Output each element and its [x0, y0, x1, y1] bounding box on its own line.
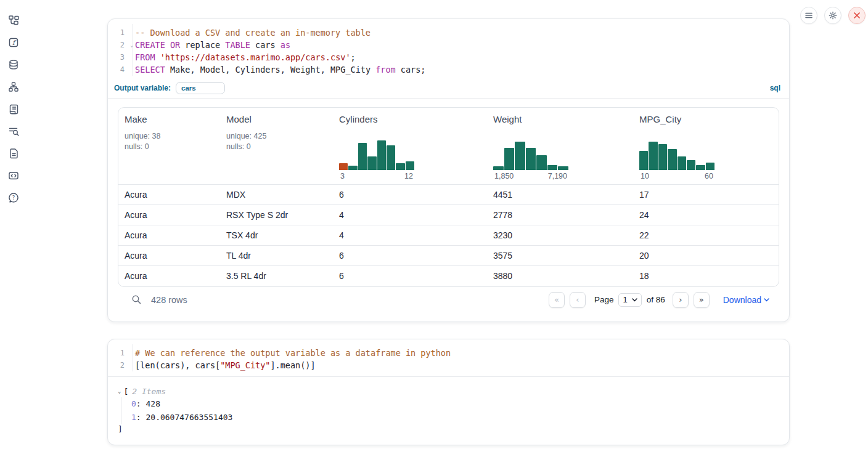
last-page-button[interactable]: »	[694, 292, 710, 308]
table-header-row: Make unique: 38 nulls: 0 Model	[118, 108, 779, 185]
python-output-tree: ⌄ [ 2 Items 0: 4281: 20.060747663551403 …	[108, 377, 789, 445]
histogram-bar	[696, 165, 705, 170]
table-cell: TSX 4dr	[220, 225, 333, 246]
functions-icon[interactable]: f	[8, 37, 19, 48]
table-row: AcuraTSX 4dr4323022	[118, 225, 779, 246]
tree-collapse-icon[interactable]: ⌄	[118, 388, 121, 394]
column-header-cylinders[interactable]: Cylinders 3 12	[333, 108, 487, 185]
menu-button[interactable]	[800, 7, 817, 24]
table-cell: Acura	[118, 266, 220, 286]
svg-text:?: ?	[12, 195, 15, 201]
code-line[interactable]: 1-- Download a CSV and create an in-memo…	[108, 26, 789, 39]
table-cell: 3575	[487, 246, 633, 266]
logs-icon[interactable]	[8, 103, 19, 115]
search-icon[interactable]	[131, 294, 142, 305]
column-stats: unique: 38 nulls: 0	[125, 131, 215, 152]
table-cell: 18	[633, 266, 779, 286]
histogram-bar	[358, 143, 367, 170]
python-code-editor[interactable]: 1# We can reference the output variable …	[108, 339, 789, 376]
code-text: CREATE OR replace TABLE cars as	[129, 39, 290, 51]
pagination: « ‹ Page 1 of 86 › » Download	[549, 292, 769, 308]
mpg-city-histogram[interactable]: 10 60	[639, 140, 714, 180]
table-cell: MDX	[220, 185, 333, 205]
column-header-model[interactable]: Model unique: 425 nulls: 0	[220, 108, 333, 185]
file-explorer-icon[interactable]	[8, 15, 19, 26]
column-header-make[interactable]: Make unique: 38 nulls: 0	[118, 108, 220, 185]
notebook-actions	[800, 7, 866, 24]
column-stats: unique: 425 nulls: 0	[226, 131, 328, 152]
notebook-canvas: 1-- Download a CSV and create an in-memo…	[107, 18, 790, 445]
sql-output-area: Make unique: 38 nulls: 0 Model	[108, 99, 789, 322]
tracing-icon[interactable]	[8, 126, 19, 137]
code-line[interactable]: 3FROM 'https://datasets.marimo.app/cars.…	[108, 51, 789, 63]
code-text: -- Download a CSV and create an in-memor…	[129, 26, 371, 39]
table-cell: 6	[333, 266, 487, 286]
dependency-graph-icon[interactable]	[8, 81, 19, 92]
line-number: 1	[108, 347, 129, 359]
next-page-button[interactable]: ›	[673, 292, 689, 308]
column-header-mpg-city[interactable]: MPG_City 10 60	[633, 108, 779, 185]
histogram-bar	[406, 161, 414, 170]
code-text: SELECT Make, Model, Cylinders, Weight, M…	[129, 63, 425, 76]
table-cell: 6	[333, 185, 487, 205]
code-line[interactable]: 1# We can reference the output variable …	[108, 347, 789, 359]
table-cell: Acura	[118, 205, 220, 225]
chevron-down-icon	[632, 298, 637, 302]
left-sidebar: f ?	[0, 0, 27, 449]
histogram-bar	[377, 140, 386, 170]
line-number: 1	[108, 26, 129, 39]
first-page-button[interactable]: «	[549, 292, 565, 308]
table-cell: 4451	[487, 185, 633, 205]
code-line[interactable]: 4SELECT Make, Model, Cylinders, Weight, …	[108, 63, 789, 76]
histogram-bar	[558, 166, 568, 170]
histogram-bar	[649, 142, 657, 170]
chevron-down-icon	[764, 298, 769, 302]
snippets-icon[interactable]	[8, 170, 19, 181]
shutdown-button[interactable]	[848, 7, 866, 24]
table-row: AcuraMDX6445117	[118, 185, 779, 205]
previous-page-button[interactable]: ‹	[570, 292, 586, 308]
table-cell: 24	[633, 205, 779, 225]
histogram-bar	[687, 160, 695, 170]
histogram-bar	[547, 165, 558, 170]
histogram-bar	[339, 163, 348, 170]
code-line[interactable]: 2⌄CREATE OR replace TABLE cars as	[108, 39, 789, 51]
hist-min-label: 1,850	[494, 172, 514, 180]
weight-histogram[interactable]: 1,850 7,190	[493, 140, 568, 180]
histogram-bar	[706, 163, 714, 170]
help-icon[interactable]: ?	[8, 192, 19, 203]
table-cell: 3230	[487, 225, 633, 246]
column-header-weight[interactable]: Weight 1,850 7,190	[487, 108, 633, 185]
histogram-bar	[396, 163, 404, 170]
sql-code-editor[interactable]: 1-- Download a CSV and create an in-memo…	[108, 19, 789, 81]
datasources-icon[interactable]	[8, 59, 19, 70]
tree-close-bracket: ]	[118, 424, 779, 434]
output-variable-label: Output variable:	[114, 84, 171, 92]
cylinders-histogram[interactable]: 3 12	[339, 140, 414, 180]
histogram-bar	[387, 145, 395, 170]
histogram-bar	[678, 156, 686, 170]
data-table: Make unique: 38 nulls: 0 Model	[118, 107, 779, 287]
table-cell: Acura	[118, 185, 220, 205]
code-text: # We can reference the output variable a…	[129, 347, 451, 359]
table-cell: 4	[333, 225, 487, 246]
hist-max-label: 7,190	[548, 172, 567, 180]
table-cell: 3.5 RL 4dr	[220, 266, 333, 286]
table-cell: 3880	[487, 266, 633, 286]
download-button[interactable]: Download	[723, 295, 769, 305]
code-line[interactable]: 2[len(cars), cars["MPG_City"].mean()]	[108, 359, 789, 371]
output-variable-input[interactable]	[176, 82, 225, 94]
table-cell: 17	[633, 185, 779, 205]
table-cell: 6	[333, 246, 487, 266]
table-cell: RSX Type S 2dr	[220, 205, 333, 225]
hist-max-label: 12	[404, 172, 413, 180]
page-select[interactable]: 1	[618, 293, 641, 307]
settings-button[interactable]	[824, 7, 841, 24]
line-number: 2	[108, 359, 129, 371]
documentation-icon[interactable]	[8, 148, 19, 159]
code-text: FROM 'https://datasets.marimo.app/cars.c…	[129, 51, 356, 63]
table-row: Acura3.5 RL 4dr6388018	[118, 266, 779, 286]
histogram-bar	[639, 151, 648, 170]
fold-chevron-icon[interactable]: ⌄	[130, 39, 133, 52]
sql-cell: 1-- Download a CSV and create an in-memo…	[107, 18, 790, 322]
